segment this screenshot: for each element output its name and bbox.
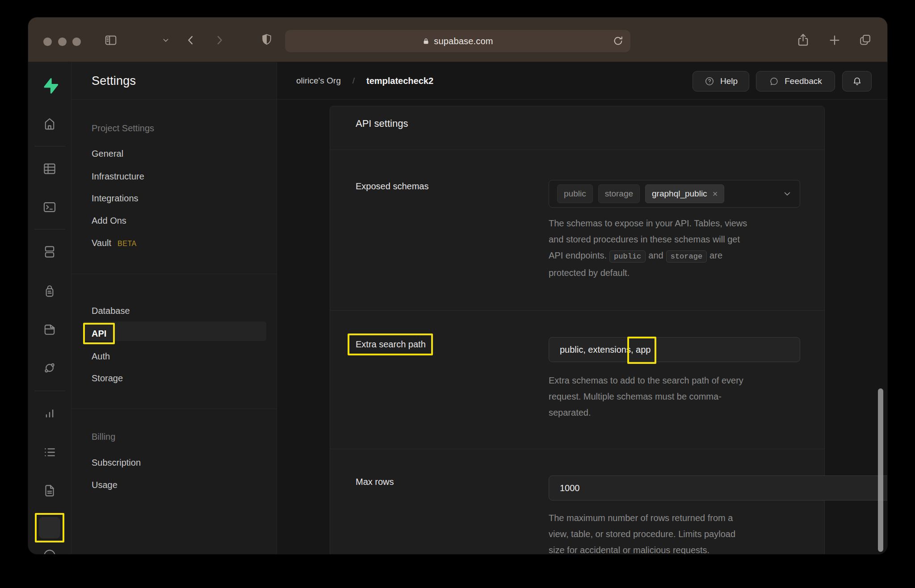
back-button[interactable] [185, 34, 197, 46]
chat-bubble-icon [769, 76, 779, 87]
highlighted-input-text: , app [631, 345, 651, 355]
authentication-icon[interactable] [42, 284, 57, 299]
docs-icon[interactable] [42, 483, 57, 498]
breadcrumb: olirice's Org / templatecheck2 [296, 62, 433, 100]
screenshot-root: supabase.com [0, 0, 915, 588]
extra-search-path-input[interactable]: public, extensions, app [549, 337, 800, 362]
edge-functions-icon[interactable] [42, 360, 57, 375]
home-icon[interactable] [42, 116, 57, 131]
nav-item-vault[interactable]: VaultBETA [92, 236, 137, 250]
share-icon[interactable] [796, 33, 810, 47]
api-settings-card: API settings Exposed schemas public stor… [330, 106, 825, 554]
nav-item-subscription[interactable]: Subscription [92, 456, 141, 469]
card-divider [330, 150, 824, 150]
schema-tag-storage[interactable]: storage [598, 184, 640, 203]
bell-icon [852, 76, 863, 87]
chevron-down-icon[interactable] [783, 189, 792, 198]
schema-tag-public[interactable]: public [557, 184, 593, 203]
breadcrumb-project[interactable]: templatecheck2 [366, 76, 433, 86]
nav-item-usage[interactable]: Usage [92, 478, 118, 492]
inline-code-public: public [609, 250, 646, 263]
max-rows-input[interactable] [549, 475, 887, 500]
database-icon[interactable] [42, 244, 57, 259]
sidebar-dropdown-chevron-icon[interactable] [162, 37, 169, 44]
icon-rail [28, 62, 71, 554]
nav-divider [71, 274, 277, 274]
nav-item-storage[interactable]: Storage [92, 371, 123, 385]
schema-tag-graphql-public[interactable]: graphql_public × [645, 184, 724, 203]
help-button[interactable]: Help [693, 71, 749, 92]
nav-item-add-ons[interactable]: Add Ons [92, 214, 126, 227]
url-text: supabase.com [434, 36, 493, 46]
exposed-schemas-select[interactable]: public storage graphql_public × [549, 180, 800, 208]
scrollbar-thumb[interactable] [878, 388, 883, 552]
page-title: Settings [92, 74, 136, 88]
traffic-light-minimize-button[interactable] [58, 38, 67, 46]
remove-tag-icon[interactable]: × [713, 189, 718, 199]
max-rows-label: Max rows [356, 477, 394, 487]
beta-badge: BETA [118, 240, 137, 247]
privacy-shield-icon[interactable] [260, 33, 274, 47]
lock-icon [422, 38, 430, 45]
sidebar-toggle-icon[interactable] [104, 33, 118, 47]
nav-group-label-project-settings: Project Settings [92, 121, 154, 135]
nav-item-integrations[interactable]: Integrations [92, 192, 139, 205]
browser-window: supabase.com [28, 17, 887, 554]
feedback-button[interactable]: Feedback [756, 71, 835, 92]
rail-divider [34, 146, 65, 146]
inline-code-storage: storage [666, 250, 707, 263]
settings-nav-panel: Settings Project Settings General Infras… [71, 62, 277, 554]
rail-divider [34, 391, 65, 391]
nav-item-general[interactable]: General [92, 147, 123, 160]
main-content: olirice's Org / templatecheck2 Help Feed… [277, 62, 887, 554]
nav-active-row-highlight [83, 321, 266, 341]
nav-divider [71, 409, 277, 409]
extra-search-path-label: Extra search path [356, 339, 426, 350]
address-bar[interactable]: supabase.com [285, 30, 630, 52]
new-tab-icon[interactable] [828, 33, 841, 47]
card-divider [330, 449, 824, 449]
settings-nav-header: Settings [71, 62, 277, 100]
rail-divider [34, 229, 65, 229]
breadcrumb-org[interactable]: olirice's Org [296, 76, 341, 86]
help-circle-icon [704, 76, 715, 87]
exposed-schemas-description: The schemas to expose in your API. Table… [549, 215, 747, 281]
browser-toolbar: supabase.com [28, 17, 887, 62]
table-editor-icon[interactable] [42, 161, 57, 176]
exposed-schemas-label: Exposed schemas [356, 181, 428, 192]
traffic-light-zoom-button[interactable] [72, 38, 81, 46]
card-divider [330, 310, 824, 311]
nav-item-infrastructure[interactable]: Infrastructure [92, 170, 144, 183]
help-icon[interactable] [42, 548, 57, 554]
nav-item-database[interactable]: Database [92, 304, 130, 317]
settings-active-highlight [39, 517, 60, 538]
card-title: API settings [356, 118, 408, 129]
max-rows-description: The maximum number of rows returned from… [549, 510, 735, 554]
notifications-button[interactable] [842, 71, 872, 92]
forward-button[interactable] [213, 34, 226, 46]
tab-overview-icon[interactable] [858, 33, 872, 47]
nav-item-api[interactable]: API [92, 327, 106, 340]
breadcrumb-separator: / [353, 76, 355, 86]
storage-icon[interactable] [42, 322, 57, 337]
nav-group-label-billing: Billing [92, 430, 115, 443]
nav-item-auth[interactable]: Auth [92, 350, 110, 363]
supabase-logo[interactable] [41, 77, 59, 95]
logs-icon[interactable] [42, 445, 57, 460]
extra-search-path-description: Extra schemas to add to the search path … [549, 372, 743, 421]
reports-icon[interactable] [42, 406, 57, 421]
sql-editor-icon[interactable] [42, 200, 57, 215]
main-header: olirice's Org / templatecheck2 Help Feed… [277, 62, 887, 100]
refresh-button[interactable] [612, 35, 624, 47]
traffic-light-close-button[interactable] [43, 38, 52, 46]
